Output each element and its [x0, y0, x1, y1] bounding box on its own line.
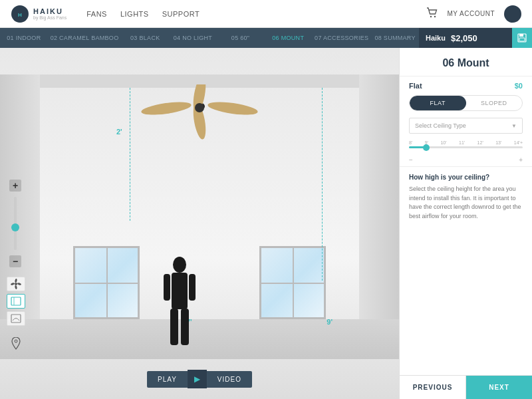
window-right [259, 246, 326, 319]
step-08[interactable]: 08 Summary [371, 35, 419, 41]
chevron-down-icon: ▼ [511, 123, 517, 129]
svg-rect-16 [164, 274, 170, 301]
mount-option-price: $0 [515, 82, 523, 90]
main-content: 2' 7' 9' + − [0, 48, 532, 399]
svg-rect-19 [181, 309, 189, 345]
step-07[interactable]: 07 Accessories [312, 35, 371, 41]
measure-line-left [130, 88, 130, 221]
height-ends: − + [400, 156, 532, 164]
person-silhouette [160, 257, 200, 359]
view-icons [7, 277, 25, 326]
height-label-10: 10' [440, 140, 446, 145]
sloped-toggle-button[interactable]: Sloped [466, 96, 523, 110]
svg-point-2 [430, 15, 431, 17]
save-icon [517, 33, 527, 43]
height-label-8: 8' [409, 140, 412, 145]
save-button[interactable] [512, 28, 532, 48]
step-02[interactable]: 02 Caramel Bamboo [48, 35, 122, 41]
location-icon [10, 336, 22, 350]
price-value: $2,050 [451, 33, 477, 43]
step-01[interactable]: 01 Indoor [0, 35, 48, 41]
fan-view-icon [11, 279, 21, 289]
svg-point-23 [15, 279, 17, 283]
svg-point-20 [15, 283, 17, 285]
height-label-12: 12' [477, 140, 483, 145]
play-icon-button[interactable]: ▶ [188, 370, 207, 388]
svg-point-24 [15, 285, 17, 289]
zoom-controls: + − [9, 180, 21, 267]
height-label-14: 14'+ [514, 140, 523, 145]
svg-point-9 [140, 100, 192, 117]
svg-point-13 [195, 103, 204, 112]
video-controls: PLAY ▶ VIDEO [147, 370, 252, 388]
view-icon-outdoor[interactable] [7, 311, 25, 326]
ceiling-fan [140, 84, 259, 154]
svg-rect-25 [11, 297, 21, 305]
zoom-in-button[interactable]: + [9, 180, 21, 192]
measure-line-right [322, 88, 323, 281]
step-05[interactable]: 05 60" [217, 35, 265, 41]
view-icon-room[interactable] [7, 294, 25, 309]
height-thumb[interactable] [423, 144, 430, 151]
mount-option-label: Flat [409, 82, 422, 90]
nav-lights[interactable]: LIGHTS [120, 10, 149, 18]
logo[interactable]: H HAIKU by Big Ass Fans [11, 5, 66, 23]
zoom-slider[interactable] [14, 197, 17, 250]
view-icon-fan[interactable] [7, 277, 25, 291]
svg-rect-5 [519, 34, 523, 37]
info-title: How high is your ceiling? [409, 174, 523, 181]
svg-point-3 [434, 15, 435, 17]
svg-text:H: H [18, 12, 22, 18]
fan-svg [140, 84, 259, 151]
right-panel: 06 Mount Flat $0 Flat Sloped Select Ceil… [399, 48, 532, 399]
room-view-icon [11, 297, 21, 306]
ceiling-type-placeholder: Select Ceiling Type [415, 122, 466, 129]
measure-2ft: 2' [116, 128, 122, 136]
svg-point-22 [17, 283, 21, 286]
svg-point-10 [207, 100, 258, 117]
step-06[interactable]: 06 Mount [264, 35, 312, 41]
price-box: Haiku $2,050 [419, 28, 512, 48]
nav-support[interactable]: SUPPORT [162, 10, 200, 18]
room-floor [0, 319, 399, 359]
model-name: Haiku [426, 34, 446, 42]
height-slider-wrap[interactable] [400, 146, 532, 148]
nav-right: MY ACCOUNT [426, 5, 522, 23]
video-button[interactable]: VIDEO [207, 371, 252, 388]
cart-icon[interactable] [426, 7, 438, 21]
zoom-out-button[interactable]: − [9, 255, 21, 267]
svg-point-28 [15, 340, 17, 342]
height-label-13: 13' [495, 140, 501, 145]
location-button[interactable] [7, 334, 25, 352]
height-labels: 8' 9' 10' 11' 12' 13' 14'+ [400, 140, 532, 145]
room-wall-right [359, 74, 399, 359]
brand-name: HAIKU [33, 7, 66, 15]
measure-9ft: 9' [327, 318, 332, 326]
nav-fans[interactable]: FANS [86, 10, 107, 18]
svg-rect-15 [172, 273, 188, 309]
previous-button[interactable]: PREVIOUS [400, 376, 466, 399]
svg-rect-6 [519, 38, 525, 41]
minus-icon[interactable]: − [409, 156, 413, 164]
outdoor-icon [11, 314, 21, 323]
svg-point-21 [11, 283, 15, 286]
panel-nav: PREVIOUS NEXT [400, 375, 532, 399]
info-section: How high is your ceiling? Select the cei… [400, 166, 532, 375]
play-button[interactable]: PLAY [147, 371, 188, 388]
next-button[interactable]: NEXT [466, 376, 532, 399]
height-label-11: 11' [459, 140, 465, 145]
silhouette-svg [160, 257, 200, 356]
height-track [409, 146, 523, 148]
account-label[interactable]: MY ACCOUNT [448, 10, 495, 17]
plus-icon[interactable]: + [519, 156, 523, 164]
panel-title: 06 Mount [400, 48, 532, 76]
flat-toggle-button[interactable]: Flat [410, 96, 466, 110]
svg-rect-17 [189, 274, 196, 301]
ceiling-type-select[interactable]: Select Ceiling Type ▼ [409, 118, 523, 134]
step-03[interactable]: 03 Black [121, 35, 169, 41]
svg-point-14 [173, 257, 186, 273]
brand-tagline: by Big Ass Fans [33, 15, 66, 20]
window-left [73, 246, 140, 319]
step-04[interactable]: 04 No Light [169, 35, 217, 41]
avatar[interactable] [504, 5, 521, 23]
